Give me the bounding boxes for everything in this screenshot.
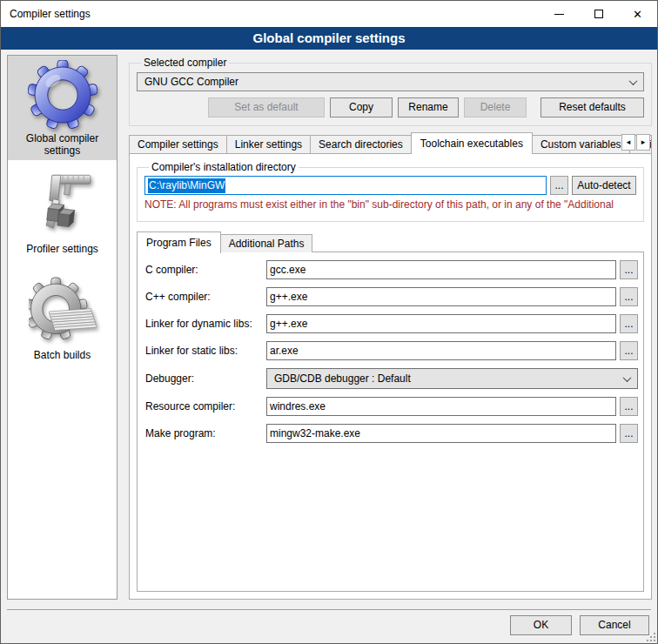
chevron-down-icon	[629, 77, 638, 85]
bin-subdirectory-note: NOTE: All programs must exist either in …	[144, 198, 636, 211]
linker-static-browse-button[interactable]: ...	[620, 341, 638, 360]
cpp-compiler-label: C++ compiler:	[143, 291, 266, 303]
sidebar-item-label: Batch builds	[8, 349, 117, 361]
footer-separator	[7, 609, 651, 610]
resource-compiler-label: Resource compiler:	[143, 400, 266, 413]
installation-directory-group: Compiler's installation directory C:\ray…	[137, 161, 644, 222]
minimize-button[interactable]	[540, 1, 579, 27]
subtab-program-files[interactable]: Program Files	[137, 231, 221, 253]
linker-dynamic-label: Linker for dynamic libs:	[143, 318, 266, 330]
cpp-compiler-row: C++ compiler: g++.exe ...	[143, 287, 638, 306]
c-compiler-row: C compiler: gcc.exe ...	[143, 260, 638, 279]
make-program-browse-button[interactable]: ...	[620, 424, 638, 443]
chevron-down-icon	[623, 373, 632, 382]
compiler-select-value: GNU GCC Compiler	[144, 76, 238, 88]
tab-scroll-arrows: ◂ ▸	[621, 134, 650, 151]
compiler-select[interactable]: GNU GCC Compiler	[137, 72, 644, 91]
make-program-row: Make program: mingw32-make.exe ...	[143, 424, 638, 443]
linker-static-row: Linker for static libs: ar.exe ...	[143, 341, 638, 360]
program-files-page: C compiler: gcc.exe ... C++ compiler: g+…	[137, 252, 644, 592]
resize-grip[interactable]	[647, 633, 655, 641]
window-controls: ✕	[540, 1, 657, 27]
window-title: Compiler settings	[10, 1, 91, 27]
linker-static-input[interactable]: ar.exe	[266, 341, 616, 360]
gray-gear-stack-icon	[29, 277, 97, 346]
install-dir-browse-button[interactable]: ...	[550, 176, 568, 195]
sidebar-item-label: Profiler settings	[8, 243, 117, 255]
tab-scroll-right-button[interactable]: ▸	[636, 134, 650, 151]
debugger-select[interactable]: GDB/CDB debugger : Default	[266, 368, 638, 389]
linker-dynamic-value: g++.exe	[270, 318, 307, 330]
maximize-icon	[594, 10, 603, 18]
titlebar: Compiler settings ✕	[1, 1, 657, 27]
ok-button[interactable]: OK	[510, 615, 572, 635]
cpp-compiler-browse-button[interactable]: ...	[620, 287, 638, 306]
tab-toolchain-executables[interactable]: Toolchain executables	[411, 132, 533, 154]
selected-compiler-group-label: Selected compiler	[141, 57, 229, 69]
tab-compiler-settings[interactable]: Compiler settings	[129, 135, 227, 153]
tab-search-directories[interactable]: Search directories	[310, 135, 412, 153]
caliper-icon	[30, 167, 96, 240]
minimize-icon	[554, 14, 564, 15]
tab-linker-settings[interactable]: Linker settings	[226, 135, 311, 153]
cpp-compiler-input[interactable]: g++.exe	[266, 287, 616, 306]
main-panel: Selected compiler GNU GCC Compiler Set a…	[129, 51, 652, 600]
linker-static-label: Linker for static libs:	[143, 345, 266, 357]
cpp-compiler-value: g++.exe	[270, 291, 307, 303]
linker-dynamic-input[interactable]: g++.exe	[266, 314, 616, 333]
tab-custom-variables[interactable]: Custom variables	[532, 135, 630, 153]
resource-compiler-value: windres.exe	[270, 400, 326, 413]
selected-compiler-group: Selected compiler GNU GCC Compiler Set a…	[129, 57, 652, 126]
dialog-content: Global compiler settings	[1, 50, 657, 643]
cancel-button[interactable]: Cancel	[580, 615, 649, 635]
make-program-value: mingw32-make.exe	[270, 427, 360, 439]
debugger-row: Debugger: GDB/CDB debugger : Default	[143, 368, 638, 389]
sidebar-item-batch-builds[interactable]: Batch builds	[8, 277, 117, 372]
tab-scroll-left-button[interactable]: ◂	[621, 134, 635, 151]
compiler-actions: Set as default Copy Rename Delete Reset …	[137, 97, 644, 117]
auto-detect-button[interactable]: Auto-detect	[572, 176, 636, 195]
debugger-label: Debugger:	[143, 372, 266, 385]
settings-category-sidebar: Global compiler settings	[7, 55, 118, 600]
linker-dynamic-row: Linker for dynamic libs: g++.exe ...	[143, 314, 638, 333]
program-files-tabs: Program Files Additional Paths	[137, 231, 644, 252]
c-compiler-value: gcc.exe	[270, 264, 306, 276]
make-program-label: Make program:	[143, 427, 266, 439]
copy-button[interactable]: Copy	[330, 97, 393, 117]
linker-dynamic-browse-button[interactable]: ...	[620, 314, 638, 333]
resource-compiler-row: Resource compiler: windres.exe ...	[143, 397, 638, 416]
delete-button[interactable]: Delete	[464, 97, 527, 117]
close-button[interactable]: ✕	[618, 1, 657, 27]
c-compiler-input[interactable]: gcc.exe	[266, 260, 616, 279]
rename-button[interactable]: Rename	[398, 97, 459, 117]
close-icon: ✕	[633, 9, 642, 20]
compiler-settings-tabs: Compiler settings Linker settings Search…	[129, 131, 652, 153]
blue-gear-icon	[28, 60, 97, 130]
resource-compiler-input[interactable]: windres.exe	[266, 397, 616, 416]
sidebar-item-global-compiler-settings[interactable]: Global compiler settings	[8, 56, 117, 160]
c-compiler-browse-button[interactable]: ...	[620, 260, 638, 279]
make-program-input[interactable]: mingw32-make.exe	[266, 424, 616, 443]
installation-directory-group-label: Compiler's installation directory	[149, 161, 299, 173]
compiler-settings-window: Compiler settings ✕ Global compiler sett…	[0, 0, 658, 644]
reset-defaults-button[interactable]: Reset defaults	[540, 97, 644, 117]
toolchain-executables-page: Compiler's installation directory C:\ray…	[129, 153, 652, 600]
maximize-button[interactable]	[579, 1, 618, 27]
debugger-value: GDB/CDB debugger : Default	[274, 372, 411, 385]
c-compiler-label: C compiler:	[143, 264, 266, 276]
install-dir-input[interactable]: C:\raylib\MinGW	[144, 176, 547, 195]
set-as-default-button[interactable]: Set as default	[208, 97, 325, 117]
linker-static-value: ar.exe	[270, 345, 299, 357]
subtab-additional-paths[interactable]: Additional Paths	[220, 234, 313, 252]
installation-directory-row: C:\raylib\MinGW ... Auto-detect	[144, 176, 636, 195]
sidebar-item-profiler-settings[interactable]: Profiler settings	[8, 167, 117, 263]
install-dir-selected-text: C:\raylib\MinGW	[148, 178, 225, 193]
dialog-header: Global compiler settings	[1, 27, 657, 50]
sidebar-item-label: Global compiler settings	[8, 132, 117, 157]
resource-compiler-browse-button[interactable]: ...	[620, 397, 638, 416]
